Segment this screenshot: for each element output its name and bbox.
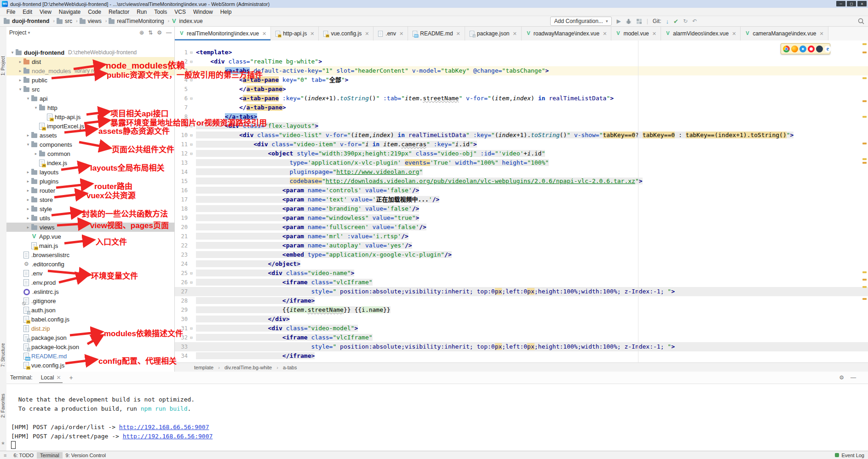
fold-icon[interactable]: ⊟ xyxy=(188,269,195,278)
phantomjs-browser-icon[interactable] xyxy=(816,46,823,52)
code-editor[interactable]: 1⊟<template>2⊟ <div class="realTime bg-w… xyxy=(175,40,868,362)
fold-icon[interactable]: ⊟ xyxy=(188,94,195,103)
project-tree-row[interactable]: ▾components xyxy=(6,140,174,149)
chevron-right-icon[interactable]: ▸ xyxy=(25,188,31,193)
maximize-button[interactable]: □ xyxy=(847,1,856,6)
run-button[interactable]: ▶ xyxy=(616,18,621,24)
close-tab-icon[interactable]: ✕ xyxy=(262,31,266,37)
fold-icon[interactable]: ⊟ xyxy=(188,48,195,57)
chevron-right-icon[interactable]: ▸ xyxy=(25,216,31,220)
project-tree-row[interactable]: .env.prod xyxy=(6,278,174,287)
project-tree-row[interactable]: ▸style xyxy=(6,204,174,213)
close-tab-icon[interactable]: ✕ xyxy=(603,31,607,37)
panel-settings-icon[interactable]: ⚙ xyxy=(157,29,162,36)
chevron-down-icon[interactable]: ▾ xyxy=(17,87,23,92)
menu-item-edit[interactable]: Edit xyxy=(19,9,36,15)
statusbar-item[interactable]: Terminal xyxy=(37,452,63,459)
project-tree-row[interactable]: .env xyxy=(6,269,174,278)
firefox-browser-icon[interactable] xyxy=(791,46,798,52)
project-tree-row[interactable]: .browserslistrc xyxy=(6,250,174,259)
fold-icon[interactable]: ⊟ xyxy=(188,66,195,75)
project-tree-row[interactable]: ▸plugins xyxy=(6,177,174,186)
event-log-label[interactable]: Event Log xyxy=(841,453,864,458)
breadcrumb-item[interactable]: views xyxy=(80,18,102,24)
project-panel-header[interactable]: Project ▾ ⊕ ⇅ ⚙ — xyxy=(6,27,174,39)
editor-tab[interactable]: JShttp-api.js✕ xyxy=(271,27,319,40)
project-tree-row[interactable]: {}package-lock.json xyxy=(6,342,174,351)
editor-tab[interactable]: .env✕ xyxy=(374,27,408,40)
fold-icon[interactable]: ⊟ xyxy=(188,140,195,149)
stripe-structure-label[interactable]: 7: Structure xyxy=(0,343,6,367)
editor-breadcrumb-item[interactable]: a-tabs xyxy=(283,365,297,370)
chrome-browser-icon[interactable] xyxy=(783,46,790,52)
project-tree-row[interactable]: ▾src xyxy=(6,85,174,94)
project-tree-row[interactable]: .gitignore xyxy=(6,296,174,305)
project-tree-row[interactable]: App.vue xyxy=(6,232,174,241)
menu-item-refactor[interactable]: Refactor xyxy=(105,9,133,15)
close-tab-icon[interactable]: ✕ xyxy=(456,31,460,37)
fold-icon[interactable]: ⊟ xyxy=(188,57,195,66)
terminal-tab-local[interactable]: Local✕ xyxy=(39,373,63,383)
menu-item-view[interactable]: View xyxy=(36,9,55,15)
project-tree-row[interactable]: JSvue.config.js xyxy=(6,361,174,370)
terminal-settings-icon[interactable]: ⚙ xyxy=(839,374,844,381)
project-tree-row[interactable]: ▸utils xyxy=(6,213,174,223)
project-tree-row[interactable]: ▸public xyxy=(6,75,174,85)
editor-tab[interactable]: alarmVideos\index.vue✕ xyxy=(661,27,741,40)
search-everywhere-icon[interactable] xyxy=(858,18,864,24)
project-tree-row[interactable]: ▸assets xyxy=(6,131,174,140)
project-tree-row[interactable]: JSindex.js xyxy=(6,158,174,167)
stripe-favorites-label[interactable]: 2: Favorites xyxy=(0,394,6,418)
hide-panel-icon[interactable]: — xyxy=(166,29,172,36)
breadcrumb-item[interactable]: duoji-frontend xyxy=(4,18,49,24)
chevron-right-icon[interactable]: ▸ xyxy=(17,78,23,82)
fold-icon[interactable]: ⊟ xyxy=(188,333,195,342)
chevron-right-icon[interactable]: ▸ xyxy=(33,151,39,156)
git-commit-icon[interactable]: ✔ xyxy=(673,18,678,25)
chevron-right-icon[interactable]: ▸ xyxy=(25,197,31,202)
editor-tab[interactable]: {}package.json✕ xyxy=(465,27,522,40)
project-tree-row[interactable]: ▸layouts xyxy=(6,167,174,177)
safari-browser-icon[interactable] xyxy=(799,46,806,52)
statusbar-item[interactable]: 6: TODO xyxy=(10,452,37,459)
chevron-right-icon[interactable]: ▸ xyxy=(17,69,23,73)
close-tab-icon[interactable]: ✕ xyxy=(310,31,314,37)
debug-icon[interactable] xyxy=(626,18,632,24)
git-update-icon[interactable]: ↓ xyxy=(666,18,669,25)
editor-breadcrumb-item[interactable]: template xyxy=(194,365,213,370)
fold-icon[interactable]: ⊟ xyxy=(188,121,195,131)
breadcrumb-item[interactable]: index.vue xyxy=(171,18,202,24)
project-tree-row[interactable]: {}auth.json xyxy=(6,305,174,315)
chevron-down-icon[interactable]: ▾ xyxy=(25,96,31,101)
menu-item-window[interactable]: Window xyxy=(190,9,217,15)
bookmark-star-icon[interactable]: ★ xyxy=(1,441,5,446)
collapse-all-icon[interactable]: ⇅ xyxy=(148,29,153,36)
editor-tab[interactable]: MDREADME.md✕ xyxy=(408,27,465,40)
chevron-right-icon[interactable]: ▸ xyxy=(25,170,31,174)
project-tree-row[interactable]: .eslintrc.js xyxy=(6,287,174,296)
menu-item-vcs[interactable]: VCS xyxy=(171,9,190,15)
editor-tab[interactable]: model.vue✕ xyxy=(611,27,661,40)
editor-tab[interactable]: JSvue.config.js✕ xyxy=(319,27,374,40)
minimize-button[interactable]: – xyxy=(836,1,845,6)
menu-item-file[interactable]: File xyxy=(3,9,19,15)
menu-item-tools[interactable]: Tools xyxy=(150,9,171,15)
opera-browser-icon[interactable] xyxy=(808,46,815,52)
project-tree-row[interactable]: dist.zip xyxy=(6,324,174,333)
editor-tab[interactable]: cameraManage\index.vue✕ xyxy=(741,27,828,40)
project-tree-row[interactable]: JSbabel.config.js xyxy=(6,315,174,324)
menu-item-navigate[interactable]: Navigate xyxy=(55,9,84,15)
close-tab-icon[interactable]: ✕ xyxy=(820,31,824,37)
ie-browser-icon[interactable]: e xyxy=(824,46,831,52)
terminal-minimize-icon[interactable]: — xyxy=(851,374,856,381)
project-tree-row[interactable]: {}package.json xyxy=(6,333,174,342)
locate-file-icon[interactable]: ⊕ xyxy=(139,29,144,36)
project-tree-row[interactable]: JShttp-api.js xyxy=(6,112,174,121)
menu-item-code[interactable]: Code xyxy=(84,9,105,15)
chevron-right-icon[interactable]: ▸ xyxy=(17,59,23,64)
git-history-icon[interactable]: ↻ xyxy=(683,18,688,24)
add-configuration-button[interactable]: Add Configuration...▾ xyxy=(550,17,612,26)
fold-icon[interactable]: ⊟ xyxy=(188,278,195,287)
new-terminal-tab-button[interactable]: + xyxy=(69,374,73,381)
menu-item-run[interactable]: Run xyxy=(133,9,150,15)
